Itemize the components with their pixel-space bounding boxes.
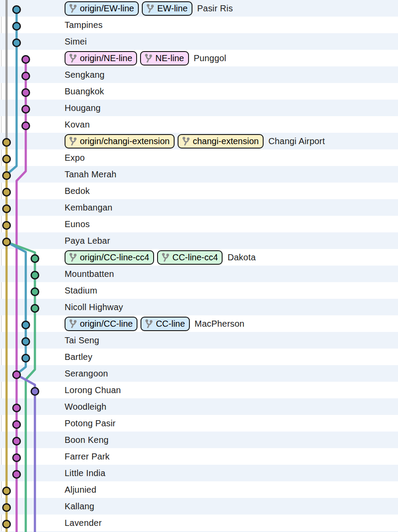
commit-row[interactable]: Tai Seng — [0, 332, 398, 349]
git-branch-icon — [69, 53, 77, 62]
commit-dot-woodleigh[interactable] — [13, 404, 21, 412]
commit-row[interactable]: Little India — [0, 465, 398, 481]
commit-dot-tanah-merah[interactable] — [3, 172, 10, 180]
commit-dot-pasir-ris[interactable] — [13, 6, 21, 14]
commit-dot-eunos[interactable] — [3, 222, 10, 229]
branch-badge-ew-line[interactable]: EW-line — [142, 1, 192, 16]
commit-row[interactable]: origin/CC-line-cc4 CC-line-cc4 Dakota — [0, 249, 398, 266]
commit-dot-lorong-chuan[interactable] — [31, 388, 39, 395]
branch-badge-label: origin/NE-line — [80, 53, 132, 63]
commit-row[interactable]: origin/changi-extension changi-extension… — [0, 133, 398, 149]
commit-row[interactable]: Paya Lebar — [0, 232, 398, 249]
commit-row[interactable]: Woodleigh — [0, 398, 398, 415]
commit-dot-tampines[interactable] — [13, 23, 21, 30]
commit-dot-expo[interactable] — [3, 155, 10, 163]
commit-row[interactable]: Mountbatten — [0, 266, 398, 282]
commit-row[interactable]: Kallang — [0, 498, 398, 515]
commit-station-label: Tanah Merah — [65, 169, 117, 180]
commit-dot-bartley[interactable] — [22, 355, 30, 362]
commit-station-label: Aljunied — [65, 485, 96, 495]
commit-dot-mountbatten[interactable] — [31, 272, 39, 279]
commit-row[interactable]: Stadium — [0, 282, 398, 299]
commit-dot-buangkok[interactable] — [22, 89, 30, 97]
commit-row[interactable]: Aljunied — [0, 481, 398, 498]
commit-list: origin/EW-line EW-line Pasir Ris Tampine… — [0, 0, 398, 532]
commit-station-label: Mountbatten — [65, 269, 114, 279]
commit-station-label: Kovan — [65, 120, 90, 130]
commit-row[interactable]: Sengkang — [0, 66, 398, 83]
commit-dot-nicoll-highway[interactable] — [31, 305, 39, 312]
commit-row[interactable]: Tanah Merah — [0, 166, 398, 183]
branch-badge-origin-ne-line[interactable]: origin/NE-line — [65, 51, 137, 66]
branch-badge-origin-changi-extension[interactable]: origin/changi-extension — [65, 134, 175, 149]
branch-badge-label: origin/CC-line-cc4 — [80, 252, 149, 263]
commit-row[interactable]: Expo — [0, 149, 398, 166]
commit-dot-punggol[interactable] — [22, 56, 30, 63]
commit-dot-little-india[interactable] — [13, 471, 21, 478]
branch-badge-label: EW-line — [157, 3, 188, 14]
commit-dot-bedok[interactable] — [3, 189, 10, 196]
commit-station-label: Tai Seng — [65, 335, 99, 345]
commit-row[interactable]: Hougang — [0, 100, 398, 116]
branch-badge-ne-line[interactable]: NE-line — [140, 51, 189, 66]
commit-dot-stadium[interactable] — [31, 288, 39, 296]
commit-row[interactable]: Lorong Chuan — [0, 382, 398, 398]
commit-station-label: Lavender — [65, 518, 102, 528]
commit-station-label: Changi Airport — [268, 136, 325, 146]
commit-row[interactable]: Lavender — [0, 515, 398, 531]
commit-row[interactable]: Nicoll Highway — [0, 299, 398, 315]
branch-badge-origin-ew-line[interactable]: origin/EW-line — [65, 1, 139, 16]
commit-row[interactable]: Farrer Park — [0, 448, 398, 465]
commit-dot-kovan[interactable] — [22, 122, 30, 130]
branch-badge-changi-extension[interactable]: changi-extension — [178, 134, 264, 149]
commit-dot-serangoon[interactable] — [13, 371, 21, 379]
commit-dot-lavender[interactable] — [3, 521, 10, 528]
commit-row[interactable]: Kovan — [0, 116, 398, 133]
commit-row[interactable]: Simei — [0, 33, 398, 50]
commit-station-label: Bartley — [65, 352, 93, 362]
commit-station-label: Punggol — [194, 53, 226, 63]
git-branch-icon — [145, 319, 153, 328]
commit-dot-aljunied[interactable] — [3, 487, 10, 495]
commit-dot-paya-lebar[interactable] — [3, 238, 10, 246]
branch-badge-cc-line[interactable]: CC-line — [141, 317, 190, 331]
commit-row[interactable]: Bedok — [0, 183, 398, 199]
branch-badge-label: CC-line-cc4 — [172, 252, 218, 263]
commit-station-label: Serangoon — [65, 369, 108, 379]
commit-row[interactable]: origin/NE-line NE-line Punggol — [0, 50, 398, 66]
commit-row[interactable]: origin/EW-line EW-line Pasir Ris — [0, 0, 398, 17]
commit-dot-farrer-park[interactable] — [13, 454, 21, 462]
commit-dot-simei[interactable] — [13, 39, 21, 47]
commit-row[interactable]: Kembangan — [0, 199, 398, 216]
git-branch-icon — [69, 319, 77, 328]
branch-badge-cc-line-cc4[interactable]: CC-line-cc4 — [157, 250, 223, 265]
commit-station-label: Eunos — [65, 219, 90, 229]
branch-badge-label: CC-line — [156, 318, 185, 329]
commit-row[interactable]: Tampines — [0, 17, 398, 33]
branch-badge-label: changi-extension — [193, 136, 259, 146]
commit-row[interactable]: Boon Keng — [0, 432, 398, 448]
branch-badge-origin-cc-line[interactable]: origin/CC-line — [65, 317, 137, 331]
git-graph-view: origin/EW-line EW-line Pasir Ris Tampine… — [0, 0, 398, 532]
commit-dot-kembangan[interactable] — [3, 205, 10, 213]
commit-row[interactable]: Serangoon — [0, 365, 398, 382]
commit-station-label: Kallang — [65, 501, 94, 511]
commit-station-label: Boon Keng — [65, 435, 109, 445]
commit-dot-boon-keng[interactable] — [13, 438, 21, 445]
commit-dot-potong-pasir[interactable] — [13, 421, 21, 428]
commit-station-label: Nicoll Highway — [65, 302, 123, 312]
branch-badge-origin-cc-line-cc4[interactable]: origin/CC-line-cc4 — [65, 250, 154, 265]
commit-dot-dakota[interactable] — [31, 255, 39, 263]
commit-dot-tai-seng[interactable] — [22, 338, 30, 345]
commit-row[interactable]: Potong Pasir — [0, 415, 398, 432]
commit-row[interactable]: origin/CC-line CC-line MacPherson — [0, 315, 398, 332]
commit-dot-hougang[interactable] — [22, 106, 30, 113]
git-branch-icon — [69, 3, 77, 13]
commit-dot-changi-airport[interactable] — [3, 139, 10, 146]
commit-row[interactable]: Buangkok — [0, 83, 398, 100]
commit-dot-sengkang[interactable] — [22, 73, 30, 80]
commit-row[interactable]: Eunos — [0, 216, 398, 232]
commit-dot-macpherson[interactable] — [22, 321, 30, 329]
commit-dot-kallang[interactable] — [3, 504, 10, 511]
commit-row[interactable]: Bartley — [0, 349, 398, 365]
